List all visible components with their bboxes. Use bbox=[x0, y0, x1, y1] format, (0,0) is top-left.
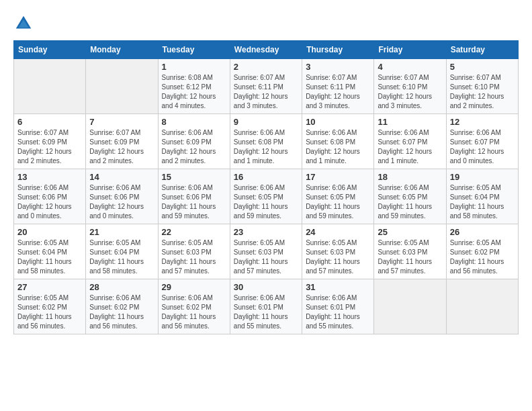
day-number: 12 bbox=[450, 117, 515, 127]
day-number: 9 bbox=[234, 117, 298, 127]
day-info: Sunrise: 6:06 AM Sunset: 6:01 PM Dayligh… bbox=[306, 293, 370, 331]
day-info: Sunrise: 6:06 AM Sunset: 6:01 PM Dayligh… bbox=[234, 293, 298, 331]
day-info: Sunrise: 6:05 AM Sunset: 6:04 PM Dayligh… bbox=[450, 183, 515, 221]
day-number: 26 bbox=[450, 227, 515, 237]
day-info: Sunrise: 6:07 AM Sunset: 6:09 PM Dayligh… bbox=[17, 128, 82, 166]
calendar-cell: 2Sunrise: 6:07 AM Sunset: 6:11 PM Daylig… bbox=[230, 59, 302, 114]
calendar-cell: 28Sunrise: 6:06 AM Sunset: 6:02 PM Dayli… bbox=[86, 279, 158, 334]
day-info: Sunrise: 6:05 AM Sunset: 6:03 PM Dayligh… bbox=[306, 238, 370, 276]
day-info: Sunrise: 6:05 AM Sunset: 6:03 PM Dayligh… bbox=[378, 238, 442, 276]
weekday-header-tuesday: Tuesday bbox=[158, 41, 230, 59]
day-number: 14 bbox=[89, 172, 154, 182]
calendar-cell: 22Sunrise: 6:05 AM Sunset: 6:03 PM Dayli… bbox=[158, 224, 230, 279]
calendar-cell: 11Sunrise: 6:06 AM Sunset: 6:07 PM Dayli… bbox=[374, 114, 446, 169]
calendar-cell: 17Sunrise: 6:06 AM Sunset: 6:05 PM Dayli… bbox=[302, 169, 374, 224]
calendar-cell: 3Sunrise: 6:07 AM Sunset: 6:11 PM Daylig… bbox=[302, 59, 374, 114]
calendar-cell: 1Sunrise: 6:08 AM Sunset: 6:12 PM Daylig… bbox=[158, 59, 230, 114]
weekday-header-friday: Friday bbox=[374, 41, 446, 59]
calendar-cell: 7Sunrise: 6:07 AM Sunset: 6:09 PM Daylig… bbox=[86, 114, 158, 169]
calendar-week-row: 6Sunrise: 6:07 AM Sunset: 6:09 PM Daylig… bbox=[14, 114, 519, 169]
calendar-cell: 8Sunrise: 6:06 AM Sunset: 6:09 PM Daylig… bbox=[158, 114, 230, 169]
weekday-header-thursday: Thursday bbox=[302, 41, 374, 59]
calendar-cell: 27Sunrise: 6:05 AM Sunset: 6:02 PM Dayli… bbox=[14, 279, 86, 334]
day-number: 6 bbox=[17, 117, 82, 127]
day-number: 11 bbox=[378, 117, 442, 127]
day-info: Sunrise: 6:05 AM Sunset: 6:02 PM Dayligh… bbox=[450, 238, 515, 276]
day-number: 8 bbox=[162, 117, 226, 127]
day-info: Sunrise: 6:07 AM Sunset: 6:11 PM Dayligh… bbox=[234, 73, 298, 111]
day-number: 29 bbox=[162, 282, 226, 292]
day-info: Sunrise: 6:05 AM Sunset: 6:04 PM Dayligh… bbox=[89, 238, 154, 276]
day-info: Sunrise: 6:05 AM Sunset: 6:03 PM Dayligh… bbox=[234, 238, 298, 276]
day-number: 22 bbox=[162, 227, 226, 237]
day-info: Sunrise: 6:06 AM Sunset: 6:02 PM Dayligh… bbox=[162, 293, 226, 331]
calendar-cell: 25Sunrise: 6:05 AM Sunset: 6:03 PM Dayli… bbox=[374, 224, 446, 279]
calendar-table: SundayMondayTuesdayWednesdayThursdayFrid… bbox=[13, 40, 519, 334]
day-info: Sunrise: 6:06 AM Sunset: 6:08 PM Dayligh… bbox=[234, 128, 298, 166]
day-number: 23 bbox=[234, 227, 298, 237]
calendar-week-row: 20Sunrise: 6:05 AM Sunset: 6:04 PM Dayli… bbox=[14, 224, 519, 279]
calendar-cell: 12Sunrise: 6:06 AM Sunset: 6:07 PM Dayli… bbox=[446, 114, 518, 169]
calendar-cell: 14Sunrise: 6:06 AM Sunset: 6:06 PM Dayli… bbox=[86, 169, 158, 224]
day-number: 4 bbox=[378, 62, 442, 72]
calendar-cell: 4Sunrise: 6:07 AM Sunset: 6:10 PM Daylig… bbox=[374, 59, 446, 114]
calendar-cell: 10Sunrise: 6:06 AM Sunset: 6:08 PM Dayli… bbox=[302, 114, 374, 169]
day-info: Sunrise: 6:06 AM Sunset: 6:02 PM Dayligh… bbox=[89, 293, 154, 331]
day-number: 31 bbox=[306, 282, 370, 292]
day-number: 20 bbox=[17, 227, 82, 237]
calendar-cell: 31Sunrise: 6:06 AM Sunset: 6:01 PM Dayli… bbox=[302, 279, 374, 334]
day-number: 18 bbox=[378, 172, 442, 182]
calendar-cell: 26Sunrise: 6:05 AM Sunset: 6:02 PM Dayli… bbox=[446, 224, 518, 279]
calendar-cell: 15Sunrise: 6:06 AM Sunset: 6:06 PM Dayli… bbox=[158, 169, 230, 224]
calendar-cell: 18Sunrise: 6:06 AM Sunset: 6:05 PM Dayli… bbox=[374, 169, 446, 224]
calendar-week-row: 27Sunrise: 6:05 AM Sunset: 6:02 PM Dayli… bbox=[14, 279, 519, 334]
day-info: Sunrise: 6:06 AM Sunset: 6:06 PM Dayligh… bbox=[89, 183, 154, 221]
day-number: 27 bbox=[17, 282, 82, 292]
day-info: Sunrise: 6:06 AM Sunset: 6:05 PM Dayligh… bbox=[378, 183, 442, 221]
weekday-header-saturday: Saturday bbox=[446, 41, 518, 59]
calendar-cell: 6Sunrise: 6:07 AM Sunset: 6:09 PM Daylig… bbox=[14, 114, 86, 169]
day-number: 25 bbox=[378, 227, 442, 237]
calendar-cell: 5Sunrise: 6:07 AM Sunset: 6:10 PM Daylig… bbox=[446, 59, 518, 114]
day-info: Sunrise: 6:06 AM Sunset: 6:09 PM Dayligh… bbox=[162, 128, 226, 166]
day-info: Sunrise: 6:06 AM Sunset: 6:07 PM Dayligh… bbox=[450, 128, 515, 166]
day-number: 3 bbox=[306, 62, 370, 72]
day-info: Sunrise: 6:07 AM Sunset: 6:10 PM Dayligh… bbox=[378, 73, 442, 111]
day-info: Sunrise: 6:06 AM Sunset: 6:05 PM Dayligh… bbox=[306, 183, 370, 221]
calendar-cell bbox=[374, 279, 446, 334]
page-header bbox=[13, 13, 519, 34]
day-info: Sunrise: 6:06 AM Sunset: 6:06 PM Dayligh… bbox=[162, 183, 226, 221]
day-info: Sunrise: 6:05 AM Sunset: 6:03 PM Dayligh… bbox=[162, 238, 226, 276]
day-info: Sunrise: 6:06 AM Sunset: 6:06 PM Dayligh… bbox=[17, 183, 82, 221]
day-number: 10 bbox=[306, 117, 370, 127]
calendar-cell: 30Sunrise: 6:06 AM Sunset: 6:01 PM Dayli… bbox=[230, 279, 302, 334]
weekday-header-row: SundayMondayTuesdayWednesdayThursdayFrid… bbox=[14, 41, 519, 59]
calendar-week-row: 1Sunrise: 6:08 AM Sunset: 6:12 PM Daylig… bbox=[14, 59, 519, 114]
logo bbox=[13, 13, 36, 34]
day-info: Sunrise: 6:06 AM Sunset: 6:08 PM Dayligh… bbox=[306, 128, 370, 166]
day-number: 15 bbox=[162, 172, 226, 182]
calendar-cell: 16Sunrise: 6:06 AM Sunset: 6:05 PM Dayli… bbox=[230, 169, 302, 224]
day-info: Sunrise: 6:05 AM Sunset: 6:02 PM Dayligh… bbox=[17, 293, 82, 331]
calendar-cell: 29Sunrise: 6:06 AM Sunset: 6:02 PM Dayli… bbox=[158, 279, 230, 334]
day-number: 2 bbox=[234, 62, 298, 72]
day-number: 17 bbox=[306, 172, 370, 182]
day-number: 21 bbox=[89, 227, 154, 237]
day-number: 30 bbox=[234, 282, 298, 292]
day-info: Sunrise: 6:07 AM Sunset: 6:09 PM Dayligh… bbox=[89, 128, 154, 166]
calendar-cell: 21Sunrise: 6:05 AM Sunset: 6:04 PM Dayli… bbox=[86, 224, 158, 279]
day-number: 13 bbox=[17, 172, 82, 182]
day-number: 5 bbox=[450, 62, 515, 72]
calendar-cell: 20Sunrise: 6:05 AM Sunset: 6:04 PM Dayli… bbox=[14, 224, 86, 279]
calendar-cell: 13Sunrise: 6:06 AM Sunset: 6:06 PM Dayli… bbox=[14, 169, 86, 224]
day-number: 19 bbox=[450, 172, 515, 182]
day-info: Sunrise: 6:08 AM Sunset: 6:12 PM Dayligh… bbox=[162, 73, 226, 111]
calendar-cell: 24Sunrise: 6:05 AM Sunset: 6:03 PM Dayli… bbox=[302, 224, 374, 279]
day-number: 28 bbox=[89, 282, 154, 292]
day-info: Sunrise: 6:06 AM Sunset: 6:07 PM Dayligh… bbox=[378, 128, 442, 166]
day-info: Sunrise: 6:06 AM Sunset: 6:05 PM Dayligh… bbox=[234, 183, 298, 221]
day-info: Sunrise: 6:07 AM Sunset: 6:11 PM Dayligh… bbox=[306, 73, 370, 111]
calendar-cell bbox=[14, 59, 86, 114]
calendar-cell: 19Sunrise: 6:05 AM Sunset: 6:04 PM Dayli… bbox=[446, 169, 518, 224]
calendar-cell: 23Sunrise: 6:05 AM Sunset: 6:03 PM Dayli… bbox=[230, 224, 302, 279]
